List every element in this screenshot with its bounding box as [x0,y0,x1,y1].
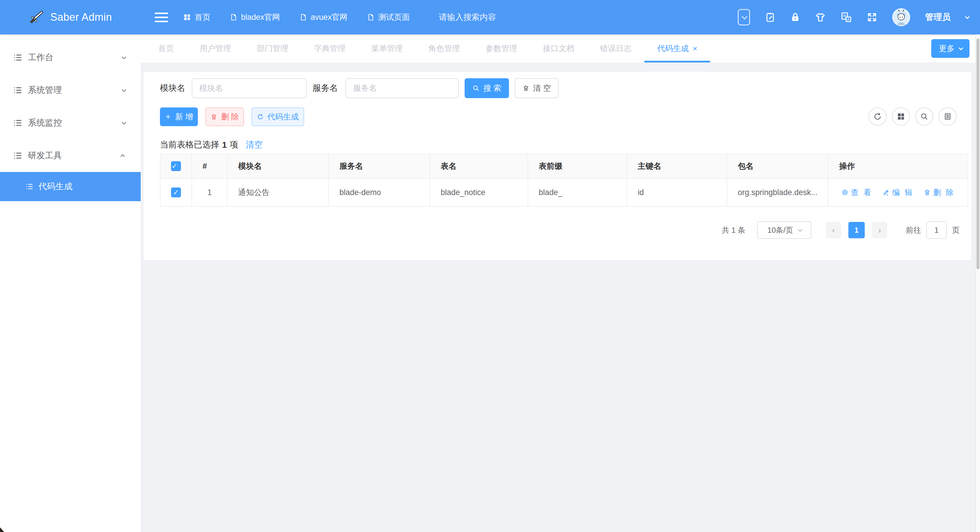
add-button-label: 新 增 [175,111,193,122]
search-button[interactable]: 搜 索 [465,78,509,98]
tab-api-docs[interactable]: 接口文档 [530,35,587,62]
clear-button[interactable]: 清 空 [515,78,558,98]
menu-list-icon [13,85,23,95]
sidebar-item-label: 系统管理 [28,84,62,96]
collapse-menu-icon[interactable] [155,10,168,25]
column-settings-button[interactable] [892,107,910,126]
col-index: # [192,154,228,178]
document-icon [367,13,374,21]
row-delete-label: 删 除 [933,188,955,198]
topnav-avuex[interactable]: avuex官网 [299,12,348,22]
cell-service: blade-demo [329,178,430,206]
menu-list-icon [13,151,23,161]
grid-icon [897,112,905,121]
cell-pk: id [627,178,727,206]
lock-icon[interactable] [790,12,800,22]
tab-param-mgmt[interactable]: 参数管理 [473,35,530,62]
goto-page-input[interactable] [926,221,947,239]
codegen-button[interactable]: 代码生成 [251,107,304,126]
chevron-down-icon [959,46,963,50]
tab-home[interactable]: 首页 [145,35,187,62]
prev-page-button[interactable]: ‹ [826,222,841,238]
current-page-button[interactable]: 1 [848,222,865,238]
theme-icon[interactable] [815,12,826,23]
trash-icon [522,85,530,92]
pagination-total: 共 1 条 [722,225,745,235]
tab-error-log[interactable]: 错误日志 [587,35,644,62]
search-icon [920,112,929,121]
goto-unit: 页 [952,225,959,235]
more-button[interactable]: 更多 [931,39,969,58]
svg-text:A: A [847,18,850,22]
global-search-input[interactable]: 请输入搜索内容 [439,12,496,23]
debug-tool-icon[interactable] [765,12,776,23]
sidebar-item-system-monitor[interactable]: 系统监控 [0,107,141,139]
sidebar-item-workbench[interactable]: 工作台 [0,41,141,74]
selection-prefix: 当前表格已选择 [160,139,219,151]
table-actions: 新 增 删 除 代码生成 [158,107,304,126]
scrollbar-thumb[interactable] [977,38,979,269]
user-name[interactable]: 管理员 [925,11,951,23]
avatar[interactable] [892,8,910,27]
topnav-label: 测试页面 [378,12,410,22]
chevron-up-icon [121,154,125,159]
search-toggle-button[interactable] [915,107,933,126]
page-size-select[interactable]: 10条/页 [757,221,811,239]
delete-button[interactable]: 删 除 [205,107,244,126]
chevron-down-icon [122,87,126,92]
user-menu-chevron-icon[interactable] [965,14,970,19]
trash-icon [210,113,218,120]
topnav-testpage[interactable]: 测试页面 [367,12,410,22]
tab-dept-mgmt[interactable]: 部门管理 [244,35,301,62]
next-page-button[interactable]: › [872,222,887,238]
edit-link[interactable]: 编 辑 [883,188,914,198]
select-all-checkbox[interactable]: ✓ [171,161,181,171]
page-scrollbar[interactable] [975,35,980,532]
cell-prefix: blade_ [528,178,627,206]
cell-module: 通知公告 [228,178,329,206]
collapse-panel-icon[interactable] [738,9,750,25]
col-pk: 主键名 [627,154,727,178]
tab-dict-mgmt[interactable]: 字典管理 [301,35,358,62]
list-icon [943,112,952,121]
translate-icon[interactable]: 中 A [840,11,852,23]
module-name-input[interactable] [192,78,307,98]
search-button-label: 搜 索 [483,83,501,94]
col-prefix: 表前缀 [528,154,627,178]
selection-clear-link[interactable]: 清空 [246,139,262,151]
filter-form: 模块名 服务名 搜 索 [160,78,558,98]
sidebar-item-system-mgmt[interactable]: 系统管理 [0,74,141,107]
refresh-icon [257,113,264,120]
view-icon [842,189,848,196]
topnav-home[interactable]: 首页 [183,12,210,22]
topnav-label: bladex官网 [241,12,280,22]
tab-code-generation[interactable]: 代码生成 × [644,35,710,62]
tab-user-mgmt[interactable]: 用户管理 [187,35,244,62]
menu-list-icon [25,182,34,191]
view-link[interactable]: 查 看 [842,188,873,198]
table-tools [869,107,957,126]
row-checkbox[interactable]: ✓ [171,188,181,198]
sidebar-item-dev-tools[interactable]: 研发工具 [0,139,141,172]
topnav-bladex[interactable]: bladex官网 [230,12,280,22]
list-view-button[interactable] [939,107,957,126]
fullscreen-icon[interactable] [867,12,877,22]
brand-title: Saber Admin [50,11,112,23]
tab-role-mgmt[interactable]: 角色管理 [415,35,473,62]
service-name-input[interactable] [345,78,459,98]
refresh-button[interactable] [869,107,887,126]
cell-package: org.springblade.desk... [727,178,828,206]
tab-menu-mgmt[interactable]: 菜单管理 [358,35,415,62]
saber-logo-icon [29,10,44,25]
module-name-label: 模块名 [160,82,185,94]
close-icon[interactable]: × [693,44,697,53]
add-button[interactable]: 新 增 [160,107,198,126]
sidebar-item-code-generation[interactable]: 代码生成 [0,172,141,201]
row-delete-link[interactable]: 删 除 [924,188,955,198]
pencil-icon [883,189,889,196]
selection-count: 1 [222,140,227,150]
cell-table: blade_notice [430,178,528,206]
edit-label: 编 辑 [892,188,914,198]
delete-button-label: 删 除 [221,111,239,122]
cell-index: 1 [192,178,228,206]
